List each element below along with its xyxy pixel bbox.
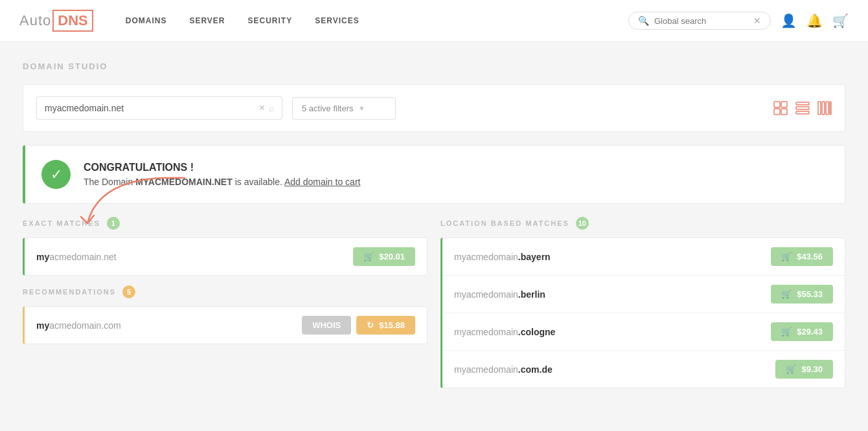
left-column: EXACT MATCHES 1 myacmedomain.net 🛒 $20.0…	[23, 217, 428, 393]
logo-auto: Auto	[19, 12, 51, 29]
global-search-input[interactable]	[654, 16, 753, 26]
recommendations-header: RECOMMENDATIONS 5	[23, 285, 428, 298]
chevron-down-icon: ▼	[358, 105, 365, 112]
grid-view-icon[interactable]	[773, 101, 788, 115]
domain-name-rec-0: myacmedomain.com	[36, 320, 121, 331]
main-nav: DOMAINS SERVER SECURITY SERVICES	[126, 13, 628, 28]
congrats-check-icon: ✓	[41, 160, 71, 189]
table-row: myacmedomain.bayern 🛒 $43.56	[442, 238, 845, 276]
search-icon: 🔍	[638, 16, 649, 26]
page-title: DOMAIN STUDIO	[23, 61, 845, 71]
table-row: myacmedomain.cologne 🛒 $29.43	[442, 313, 845, 351]
price-loc-0: $43.56	[797, 252, 823, 261]
congrats-banner: ✓ CONGRATULATIONS ! The Domain MYACMEDOM…	[23, 145, 845, 204]
domain-name-loc-3: myacmedomain.com.de	[454, 364, 553, 375]
exact-matches-section: myacmedomain.net 🛒 $20.01	[23, 238, 428, 276]
svg-rect-4	[796, 102, 809, 105]
filters-dropdown[interactable]: 5 active filters ▼	[292, 97, 396, 120]
recommendations-section: RECOMMENDATIONS 5 myacmedomain.com WHOIS…	[23, 285, 428, 344]
domain-search-input[interactable]	[45, 103, 259, 113]
close-search-icon[interactable]: ✕	[753, 16, 761, 26]
results-grid: EXACT MATCHES 1 myacmedomain.net 🛒 $20.0…	[23, 217, 845, 393]
location-matches-header: LOCATION BASED MATCHES 10	[440, 217, 845, 230]
nav-domains[interactable]: DOMAINS	[126, 13, 167, 28]
global-search[interactable]: 🔍 ✕	[628, 12, 771, 30]
svg-rect-2	[774, 109, 780, 115]
svg-rect-1	[781, 102, 787, 107]
nav-security[interactable]: SECURITY	[248, 13, 293, 28]
domain-name-loc-1: myacmedomain.berlin	[454, 289, 545, 300]
svg-rect-3	[781, 109, 787, 115]
domain-input-wrapper: × ⌕	[36, 96, 282, 120]
congrats-post: is available.	[233, 177, 282, 187]
price-loc-2: $29.43	[797, 327, 823, 337]
add-to-cart-button-loc-1[interactable]: 🛒 $55.33	[771, 285, 833, 304]
nav-server[interactable]: SERVER	[189, 13, 225, 28]
svg-rect-6	[796, 111, 809, 114]
add-to-cart-button-exact[interactable]: 🛒 $20.01	[353, 247, 415, 266]
congrats-text: CONGRATULATIONS ! The Domain MYACMEDOMAI…	[84, 162, 360, 187]
domain-clear-icon[interactable]: ×	[259, 102, 265, 114]
location-matches-list: myacmedomain.bayern 🛒 $43.56 myacmedomai…	[440, 238, 845, 388]
cart-symbol: ↻	[367, 320, 374, 330]
price-loc-3: $9.30	[801, 364, 823, 374]
svg-rect-7	[818, 102, 821, 115]
exact-matches-header: EXACT MATCHES 1	[23, 217, 428, 230]
whois-button[interactable]: WHOIS	[302, 316, 351, 335]
domain-name-exact: myacmedomain.net	[36, 252, 117, 262]
exact-matches-badge: 1	[107, 217, 120, 230]
congrats-title: CONGRATULATIONS !	[84, 162, 360, 173]
exact-matches-title: EXACT MATCHES	[23, 219, 100, 227]
cart-symbol: 🛒	[781, 252, 792, 261]
list-view-icon[interactable]	[795, 101, 810, 115]
header-right: 🔍 ✕ 👤 🔔 🛒	[628, 12, 849, 30]
table-row: myacmedomain.berlin 🛒 $55.33	[442, 276, 845, 313]
view-icons	[773, 101, 832, 115]
add-to-cart-button-loc-2[interactable]: 🛒 $29.43	[771, 322, 833, 341]
svg-rect-10	[830, 102, 831, 115]
page-content: DOMAIN STUDIO × ⌕ 5 active filters ▼	[0, 42, 868, 413]
congrats-pre: The Domain	[84, 177, 135, 187]
recommendations-list: myacmedomain.com WHOIS ↻ $15.88	[23, 306, 428, 344]
add-to-cart-link[interactable]: Add domain to cart	[284, 177, 361, 187]
logo[interactable]: Auto DNS	[19, 10, 93, 32]
columns-view-icon[interactable]	[817, 101, 832, 115]
logo-dns: DNS	[52, 10, 93, 32]
add-to-cart-button-rec-0[interactable]: ↻ $15.88	[356, 316, 415, 335]
cart-symbol: 🛒	[786, 364, 796, 374]
user-icon[interactable]: 👤	[781, 13, 797, 28]
domain-search-button[interactable]: ⌕	[269, 103, 274, 113]
location-matches-badge: 10	[576, 217, 589, 230]
table-row: myacmedomain.com.de 🛒 $9.30	[442, 351, 845, 388]
congrats-domain: MYACMEDOMAIN.NET	[135, 177, 233, 187]
domain-name-loc-0: myacmedomain.bayern	[454, 252, 551, 262]
price-loc-1: $55.33	[797, 289, 823, 299]
search-panel: × ⌕ 5 active filters ▼	[23, 84, 845, 132]
location-matches-title: LOCATION BASED MATCHES	[440, 219, 569, 227]
add-to-cart-button-loc-3[interactable]: 🛒 $9.30	[775, 360, 833, 379]
cart-symbol: 🛒	[363, 252, 374, 261]
svg-rect-9	[826, 102, 828, 115]
add-to-cart-button-loc-0[interactable]: 🛒 $43.56	[771, 247, 833, 266]
nav-services[interactable]: SERVICES	[315, 13, 359, 28]
price-exact: $20.01	[379, 252, 405, 261]
bell-icon[interactable]: 🔔	[806, 13, 823, 28]
right-column: LOCATION BASED MATCHES 10 myacmedomain.b…	[440, 217, 845, 393]
svg-rect-8	[822, 102, 825, 115]
cart-symbol: 🛒	[781, 327, 792, 337]
header: Auto DNS DOMAINS SERVER SECURITY SERVICE…	[0, 0, 868, 42]
svg-rect-5	[796, 107, 809, 109]
cart-icon[interactable]: 🛒	[832, 13, 849, 28]
table-row: myacmedomain.net 🛒 $20.01	[25, 238, 427, 275]
price-rec-0: $15.88	[379, 320, 405, 330]
filters-label: 5 active filters	[302, 104, 353, 113]
domain-name-loc-2: myacmedomain.cologne	[454, 327, 555, 337]
svg-rect-0	[774, 102, 780, 107]
congrats-subtitle: The Domain MYACMEDOMAIN.NET is available…	[84, 177, 360, 187]
cart-symbol: 🛒	[781, 289, 792, 299]
table-row: myacmedomain.com WHOIS ↻ $15.88	[25, 307, 427, 344]
recommendations-badge: 5	[122, 285, 135, 298]
recommendations-title: RECOMMENDATIONS	[23, 288, 116, 296]
